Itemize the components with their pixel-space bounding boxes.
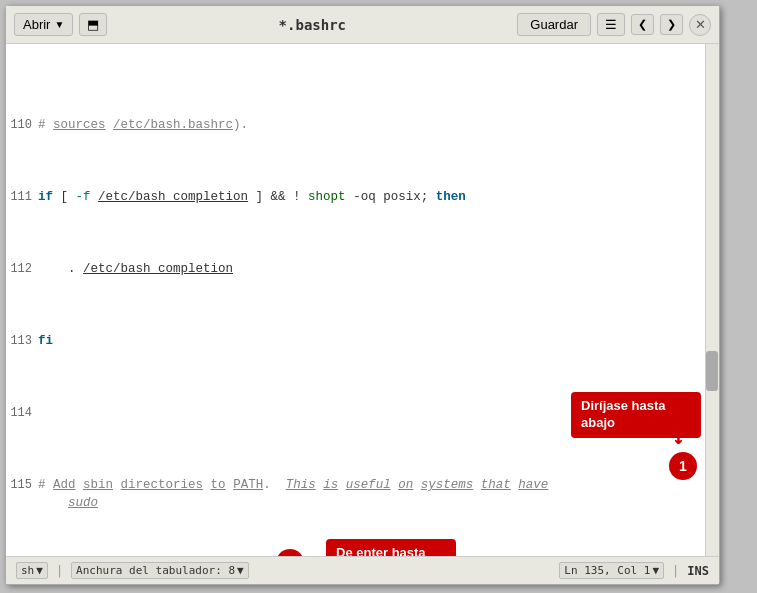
ins-label: INS — [687, 564, 709, 578]
cursor-pos-dropdown[interactable]: Ln 135, Col 1 ▼ — [559, 562, 664, 579]
separator: | — [56, 564, 63, 578]
tooltip-2: De enter hasta que tenga un espacio vací… — [326, 539, 456, 556]
open-button[interactable]: Abrir ▼ — [14, 13, 73, 36]
open-arrow-icon: ▼ — [54, 19, 64, 30]
arrow-down-icon: ↓ — [672, 424, 685, 449]
line-row: 111 if [ -f /etc/bash_completion ] && ! … — [6, 188, 719, 206]
line-row: 113 fi — [6, 332, 719, 350]
chevron-down-icon: ❮ — [638, 18, 647, 30]
close-icon: ✕ — [695, 17, 706, 32]
export-icon: ⬒ — [87, 17, 99, 32]
language-dropdown[interactable]: sh ▼ — [16, 562, 48, 579]
cursor-pos-arrow-icon: ▼ — [652, 564, 659, 577]
line-row: 110 # sources /etc/bash.bashrc). — [6, 116, 719, 134]
separator2: | — [672, 564, 679, 578]
main-window: Abrir ▼ ⬒ *.bashrc Guardar ☰ ❮ ❯ ✕ 110 #… — [5, 5, 720, 585]
arrow-left-icon: ← — [71, 554, 84, 556]
scrollbar-thumb[interactable] — [706, 351, 718, 391]
nav-down-button[interactable]: ❮ — [631, 14, 654, 35]
scrollbar[interactable] — [705, 44, 719, 556]
tab-width-label: Anchura del tabulador: 8 — [76, 564, 235, 577]
menu-button[interactable]: ☰ — [597, 13, 625, 36]
badge-1: 1 — [669, 452, 697, 480]
code-editor[interactable]: 110 # sources /etc/bash.bashrc). 111 if … — [6, 44, 719, 556]
statusbar: sh ▼ | Anchura del tabulador: 8 ▼ Ln 135… — [6, 556, 719, 584]
language-label: sh — [21, 564, 34, 577]
line-row: 112 . /etc/bash_completion — [6, 260, 719, 278]
editor-area[interactable]: 110 # sources /etc/bash.bashrc). 111 if … — [6, 44, 719, 556]
open-label: Abrir — [23, 17, 50, 32]
line-row: 115 # Add sbin directories to PATH. This… — [6, 476, 719, 512]
tab-width-arrow-icon: ▼ — [237, 564, 244, 577]
menu-icon: ☰ — [605, 17, 617, 32]
export-button[interactable]: ⬒ — [79, 13, 107, 36]
nav-up-button[interactable]: ❯ — [660, 14, 683, 35]
titlebar: Abrir ▼ ⬒ *.bashrc Guardar ☰ ❮ ❯ ✕ — [6, 6, 719, 44]
close-button[interactable]: ✕ — [689, 14, 711, 36]
language-arrow-icon: ▼ — [36, 564, 43, 577]
save-button[interactable]: Guardar — [517, 13, 591, 36]
cursor-pos-label: Ln 135, Col 1 — [564, 564, 650, 577]
tab-width-dropdown[interactable]: Anchura del tabulador: 8 ▼ — [71, 562, 249, 579]
chevron-up-icon: ❯ — [667, 18, 676, 30]
window-title: *.bashrc — [113, 17, 511, 33]
